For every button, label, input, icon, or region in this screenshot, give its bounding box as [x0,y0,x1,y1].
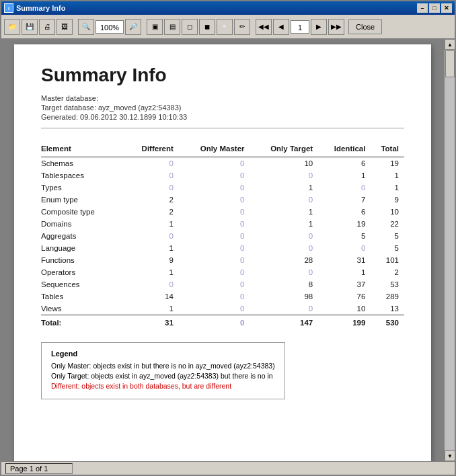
print-button[interactable]: 🖨 [39,19,55,35]
cell-different: 0 [126,169,179,182]
cell-only_master: 0 [179,206,250,218]
table-row: Tablespaces00011 [41,169,404,182]
close-button[interactable]: Close [348,19,382,34]
cell-total: 289 [371,290,404,303]
total-cell: 530 [371,315,404,329]
meta-target: Target database: ayz_moved (ayz2:54383) [41,104,404,112]
cell-total: 10 [371,206,404,218]
cell-identical: 7 [318,194,371,206]
scroll-thumb[interactable] [445,50,455,77]
cell-different: 2 [126,194,179,206]
cell-only_master: 0 [179,230,250,242]
cell-identical: 1 [318,266,371,278]
next-page-button[interactable]: ▶ [311,19,327,35]
table-row: Schemas0010619 [41,157,404,170]
cell-total: 1 [371,169,404,182]
save-button[interactable]: 💾 [22,19,38,35]
legend-item: Only Master: objects exist in but there … [51,362,275,370]
table-row: Sequences0083753 [41,278,404,290]
vertical-scrollbar[interactable]: ▲ ▼ [444,39,455,461]
cell-total: 2 [371,266,404,278]
cell-only_target: 28 [250,254,319,266]
scroll-track [445,50,455,450]
col-header-only-target: Only Target [250,142,319,157]
page-number-input[interactable]: 1 [291,20,309,34]
cell-identical: 5 [318,230,371,242]
cell-element: Sequences [41,278,126,290]
report-page: Summary Info Master database: Target dat… [14,44,431,461]
cell-different: 0 [126,230,179,242]
cell-only_master: 0 [179,266,250,278]
cell-only_target: 98 [250,290,319,303]
col-header-only-master: Only Master [179,142,250,157]
report-title: Summary Info [41,65,404,86]
window-title: Summary Info [16,4,65,12]
nav-controls: ◀◀ ◀ 1 ▶ ▶▶ [256,19,344,35]
minimize-button[interactable]: – [417,3,428,13]
total-cell: 147 [250,315,319,329]
cell-only_target: 0 [250,266,319,278]
table-row: Language10005 [41,242,404,254]
main-window: i Summary Info – □ ✕ 📁 💾 🖨 🖼 🔍 100% 🔎 ▣ … [0,0,456,476]
cell-only_target: 0 [250,194,319,206]
cell-only_master: 0 [179,182,250,194]
cell-element: Enum type [41,194,126,206]
cell-only_master: 0 [179,169,250,182]
full-screen-button[interactable]: ◻ [182,19,198,35]
two-page-button[interactable]: ◽ [217,19,233,35]
zoom-in-button[interactable]: 🔍 [78,19,94,35]
cell-only_master: 0 [179,303,250,315]
col-header-identical: Identical [318,142,371,157]
zoom-control: 100% [96,20,124,34]
edit-button[interactable]: ✏ [234,19,250,35]
cell-different: 14 [126,290,179,303]
cell-only_target: 1 [250,218,319,230]
content-area: Summary Info Master database: Target dat… [1,39,455,461]
cell-element: Operators [41,266,126,278]
fit-width-button[interactable]: ▤ [164,19,180,35]
cell-identical: 19 [318,218,371,230]
first-page-button[interactable]: ◀◀ [256,19,272,35]
window-close-button[interactable]: ✕ [441,3,452,13]
fit-page-button[interactable]: ▣ [147,19,163,35]
cell-element: Schemas [41,157,126,170]
report-meta: Master database: Target database: ayz_mo… [41,94,404,121]
scroll-down-button[interactable]: ▼ [445,450,455,461]
cell-element: Domains [41,218,126,230]
legend-title: Legend [51,350,275,358]
prev-page-button[interactable]: ◀ [273,19,289,35]
cell-total: 101 [371,254,404,266]
cell-identical: 0 [318,242,371,254]
cell-total: 9 [371,194,404,206]
cell-identical: 10 [318,303,371,315]
col-header-different: Different [126,142,179,157]
cell-different: 2 [126,206,179,218]
statusbar: Page 1 of 1 [1,461,455,475]
last-page-button[interactable]: ▶▶ [328,19,344,35]
open-button[interactable]: 📁 [4,19,20,35]
cell-identical: 31 [318,254,371,266]
print-preview-button[interactable]: 🖼 [56,19,73,35]
single-page-button[interactable]: ◼ [199,19,215,35]
total-cell: Total: [41,315,126,329]
cell-different: 1 [126,266,179,278]
table-row: Types00101 [41,182,404,194]
scroll-up-button[interactable]: ▲ [445,39,455,50]
report-scroll-area[interactable]: Summary Info Master database: Target dat… [1,39,444,461]
total-cell: 199 [318,315,371,329]
zoom-out-button[interactable]: 🔎 [125,19,141,35]
cell-identical: 6 [318,206,371,218]
cell-only_target: 0 [250,242,319,254]
cell-different: 0 [126,278,179,290]
toolbar: 📁 💾 🖨 🖼 🔍 100% 🔎 ▣ ▤ ◻ ◼ ◽ ✏ ◀◀ ◀ 1 ▶ ▶▶… [1,15,455,39]
cell-element: Language [41,242,126,254]
col-header-element: Element [41,142,126,157]
cell-total: 1 [371,182,404,194]
cell-total: 19 [371,157,404,170]
cell-total: 13 [371,303,404,315]
maximize-button[interactable]: □ [429,3,440,13]
cell-only_master: 0 [179,157,250,170]
cell-total: 5 [371,230,404,242]
table-row: Operators10012 [41,266,404,278]
table-row: Functions902831101 [41,254,404,266]
